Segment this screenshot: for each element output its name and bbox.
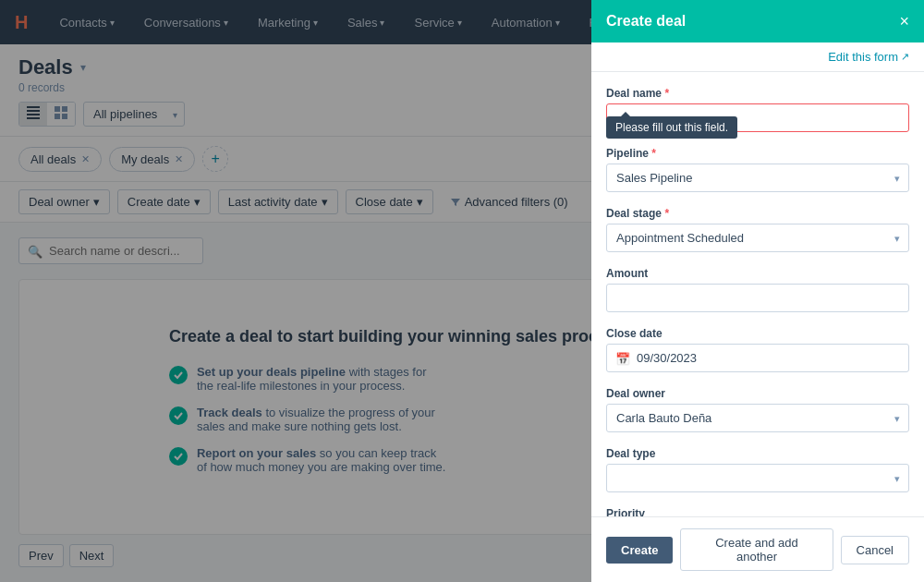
close-date-group: Close date 📅 (606, 327, 909, 372)
deal-stage-group: Deal stage * Appointment Scheduled Quali… (606, 207, 909, 252)
amount-input[interactable] (606, 284, 909, 312)
modal-body: Deal name * Please fill out this field. … (591, 72, 924, 516)
deal-owner-select-wrapper: Carla Bauto Deña ▾ (606, 404, 909, 432)
deal-stage-select-wrapper: Appointment Scheduled Qualified to Buy P… (606, 224, 909, 252)
create-deal-modal: Create deal × Edit this form ↗ Deal name… (591, 0, 924, 582)
required-indicator: * (664, 87, 669, 100)
create-button[interactable]: Create (606, 537, 673, 564)
modal-close-button[interactable]: × (899, 13, 909, 30)
deal-type-label: Deal type (606, 447, 909, 460)
create-and-add-button[interactable]: Create and add another (680, 528, 833, 571)
amount-group: Amount (606, 267, 909, 312)
priority-label: Priority (606, 507, 909, 516)
pipeline-required: * (651, 147, 656, 160)
deal-owner-group: Deal owner Carla Bauto Deña ▾ (606, 387, 909, 432)
deal-name-label: Deal name * (606, 87, 909, 100)
modal-title: Create deal (606, 13, 686, 30)
close-date-label: Close date (606, 327, 909, 340)
modal-header: Create deal × (591, 0, 924, 42)
external-link-icon: ↗ (901, 51, 909, 63)
amount-label: Amount (606, 267, 909, 280)
pipeline-select-field[interactable]: Sales Pipeline (606, 164, 909, 192)
close-date-input[interactable] (606, 344, 909, 372)
deal-stage-label: Deal stage * (606, 207, 909, 220)
deal-type-select[interactable]: New Business Existing Business (606, 464, 909, 492)
priority-group: Priority (606, 507, 909, 516)
tooltip-popup: Please fill out this field. (606, 116, 737, 139)
stage-required: * (664, 207, 669, 220)
deal-type-select-wrapper: New Business Existing Business ▾ (606, 464, 909, 492)
calendar-icon: 📅 (615, 351, 630, 365)
deal-type-group: Deal type New Business Existing Business… (606, 447, 909, 492)
deal-name-group: Deal name * Please fill out this field. (606, 87, 909, 132)
modal-sub-header: Edit this form ↗ (591, 42, 924, 72)
deal-stage-select[interactable]: Appointment Scheduled Qualified to Buy P… (606, 224, 909, 252)
modal-footer: Create Create and add another Cancel (591, 516, 924, 582)
deal-owner-label: Deal owner (606, 387, 909, 400)
modal-overlay: Create deal × Edit this form ↗ Deal name… (0, 0, 924, 582)
pipeline-group: Pipeline * Sales Pipeline ▾ (606, 147, 909, 192)
pipeline-select-wrapper: Sales Pipeline ▾ (606, 164, 909, 192)
edit-form-link[interactable]: Edit this form ↗ (828, 50, 909, 64)
cancel-button[interactable]: Cancel (841, 536, 909, 564)
close-date-wrapper: 📅 (606, 344, 909, 372)
pipeline-label: Pipeline * (606, 147, 909, 160)
deal-owner-select[interactable]: Carla Bauto Deña (606, 404, 909, 432)
